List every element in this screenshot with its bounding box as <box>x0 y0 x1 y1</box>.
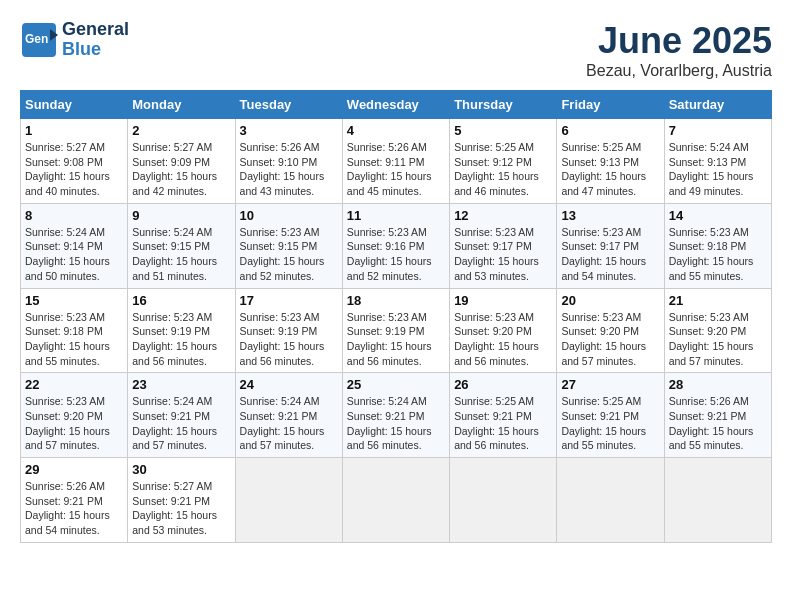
header-row: Sunday Monday Tuesday Wednesday Thursday… <box>21 91 772 119</box>
day-cell-5: 5 Sunrise: 5:25 AMSunset: 9:12 PMDayligh… <box>450 119 557 204</box>
day-cell-3: 3 Sunrise: 5:26 AMSunset: 9:10 PMDayligh… <box>235 119 342 204</box>
day-cell-20: 20 Sunrise: 5:23 AMSunset: 9:20 PMDaylig… <box>557 288 664 373</box>
day-info: Sunrise: 5:24 AMSunset: 9:21 PMDaylight:… <box>132 394 230 453</box>
calendar-title: June 2025 <box>586 20 772 62</box>
day-number: 11 <box>347 208 445 223</box>
calendar-table: Sunday Monday Tuesday Wednesday Thursday… <box>20 90 772 543</box>
day-info: Sunrise: 5:27 AMSunset: 9:21 PMDaylight:… <box>132 479 230 538</box>
day-info: Sunrise: 5:24 AMSunset: 9:21 PMDaylight:… <box>240 394 338 453</box>
day-number: 19 <box>454 293 552 308</box>
day-info: Sunrise: 5:23 AMSunset: 9:17 PMDaylight:… <box>561 225 659 284</box>
logo-general: General <box>62 19 129 39</box>
day-info: Sunrise: 5:27 AMSunset: 9:09 PMDaylight:… <box>132 140 230 199</box>
day-info: Sunrise: 5:23 AMSunset: 9:20 PMDaylight:… <box>454 310 552 369</box>
day-number: 22 <box>25 377 123 392</box>
day-cell-17: 17 Sunrise: 5:23 AMSunset: 9:19 PMDaylig… <box>235 288 342 373</box>
day-number: 5 <box>454 123 552 138</box>
day-cell-10: 10 Sunrise: 5:23 AMSunset: 9:15 PMDaylig… <box>235 203 342 288</box>
day-number: 6 <box>561 123 659 138</box>
day-number: 27 <box>561 377 659 392</box>
day-number: 15 <box>25 293 123 308</box>
col-friday: Friday <box>557 91 664 119</box>
day-info: Sunrise: 5:26 AMSunset: 9:11 PMDaylight:… <box>347 140 445 199</box>
day-info: Sunrise: 5:25 AMSunset: 9:12 PMDaylight:… <box>454 140 552 199</box>
day-info: Sunrise: 5:23 AMSunset: 9:18 PMDaylight:… <box>25 310 123 369</box>
day-info: Sunrise: 5:24 AMSunset: 9:21 PMDaylight:… <box>347 394 445 453</box>
day-cell-24: 24 Sunrise: 5:24 AMSunset: 9:21 PMDaylig… <box>235 373 342 458</box>
day-info: Sunrise: 5:23 AMSunset: 9:20 PMDaylight:… <box>561 310 659 369</box>
day-number: 7 <box>669 123 767 138</box>
week-row-2: 8 Sunrise: 5:24 AMSunset: 9:14 PMDayligh… <box>21 203 772 288</box>
day-number: 4 <box>347 123 445 138</box>
day-number: 8 <box>25 208 123 223</box>
day-number: 26 <box>454 377 552 392</box>
day-number: 25 <box>347 377 445 392</box>
day-cell-23: 23 Sunrise: 5:24 AMSunset: 9:21 PMDaylig… <box>128 373 235 458</box>
day-number: 13 <box>561 208 659 223</box>
week-row-5: 29 Sunrise: 5:26 AMSunset: 9:21 PMDaylig… <box>21 458 772 543</box>
day-number: 9 <box>132 208 230 223</box>
day-cell-15: 15 Sunrise: 5:23 AMSunset: 9:18 PMDaylig… <box>21 288 128 373</box>
day-info: Sunrise: 5:27 AMSunset: 9:08 PMDaylight:… <box>25 140 123 199</box>
svg-text:Gen: Gen <box>25 32 48 46</box>
day-cell-25: 25 Sunrise: 5:24 AMSunset: 9:21 PMDaylig… <box>342 373 449 458</box>
day-cell-18: 18 Sunrise: 5:23 AMSunset: 9:19 PMDaylig… <box>342 288 449 373</box>
day-number: 12 <box>454 208 552 223</box>
day-info: Sunrise: 5:23 AMSunset: 9:20 PMDaylight:… <box>669 310 767 369</box>
day-cell-8: 8 Sunrise: 5:24 AMSunset: 9:14 PMDayligh… <box>21 203 128 288</box>
day-number: 29 <box>25 462 123 477</box>
day-cell-28: 28 Sunrise: 5:26 AMSunset: 9:21 PMDaylig… <box>664 373 771 458</box>
day-number: 10 <box>240 208 338 223</box>
title-area: June 2025 Bezau, Vorarlberg, Austria <box>586 20 772 80</box>
day-cell-2: 2 Sunrise: 5:27 AMSunset: 9:09 PMDayligh… <box>128 119 235 204</box>
day-number: 30 <box>132 462 230 477</box>
day-info: Sunrise: 5:26 AMSunset: 9:21 PMDaylight:… <box>25 479 123 538</box>
day-info: Sunrise: 5:23 AMSunset: 9:19 PMDaylight:… <box>347 310 445 369</box>
day-cell-16: 16 Sunrise: 5:23 AMSunset: 9:19 PMDaylig… <box>128 288 235 373</box>
day-cell-14: 14 Sunrise: 5:23 AMSunset: 9:18 PMDaylig… <box>664 203 771 288</box>
day-info: Sunrise: 5:26 AMSunset: 9:21 PMDaylight:… <box>669 394 767 453</box>
day-cell-12: 12 Sunrise: 5:23 AMSunset: 9:17 PMDaylig… <box>450 203 557 288</box>
day-info: Sunrise: 5:23 AMSunset: 9:19 PMDaylight:… <box>240 310 338 369</box>
day-info: Sunrise: 5:25 AMSunset: 9:21 PMDaylight:… <box>454 394 552 453</box>
calendar-body: 1 Sunrise: 5:27 AMSunset: 9:08 PMDayligh… <box>21 119 772 543</box>
week-row-4: 22 Sunrise: 5:23 AMSunset: 9:20 PMDaylig… <box>21 373 772 458</box>
day-number: 28 <box>669 377 767 392</box>
day-info: Sunrise: 5:25 AMSunset: 9:13 PMDaylight:… <box>561 140 659 199</box>
day-cell-21: 21 Sunrise: 5:23 AMSunset: 9:20 PMDaylig… <box>664 288 771 373</box>
day-number: 17 <box>240 293 338 308</box>
day-cell-19: 19 Sunrise: 5:23 AMSunset: 9:20 PMDaylig… <box>450 288 557 373</box>
day-cell-11: 11 Sunrise: 5:23 AMSunset: 9:16 PMDaylig… <box>342 203 449 288</box>
day-cell-30: 30 Sunrise: 5:27 AMSunset: 9:21 PMDaylig… <box>128 458 235 543</box>
day-cell-13: 13 Sunrise: 5:23 AMSunset: 9:17 PMDaylig… <box>557 203 664 288</box>
day-cell-1: 1 Sunrise: 5:27 AMSunset: 9:08 PMDayligh… <box>21 119 128 204</box>
day-info: Sunrise: 5:24 AMSunset: 9:14 PMDaylight:… <box>25 225 123 284</box>
day-number: 1 <box>25 123 123 138</box>
day-number: 20 <box>561 293 659 308</box>
day-cell-22: 22 Sunrise: 5:23 AMSunset: 9:20 PMDaylig… <box>21 373 128 458</box>
empty-cell <box>557 458 664 543</box>
day-number: 3 <box>240 123 338 138</box>
week-row-1: 1 Sunrise: 5:27 AMSunset: 9:08 PMDayligh… <box>21 119 772 204</box>
day-info: Sunrise: 5:23 AMSunset: 9:20 PMDaylight:… <box>25 394 123 453</box>
day-info: Sunrise: 5:25 AMSunset: 9:21 PMDaylight:… <box>561 394 659 453</box>
day-info: Sunrise: 5:23 AMSunset: 9:17 PMDaylight:… <box>454 225 552 284</box>
day-number: 24 <box>240 377 338 392</box>
day-info: Sunrise: 5:24 AMSunset: 9:15 PMDaylight:… <box>132 225 230 284</box>
day-cell-27: 27 Sunrise: 5:25 AMSunset: 9:21 PMDaylig… <box>557 373 664 458</box>
day-cell-9: 9 Sunrise: 5:24 AMSunset: 9:15 PMDayligh… <box>128 203 235 288</box>
col-monday: Monday <box>128 91 235 119</box>
logo-blue: Blue <box>62 39 101 59</box>
day-cell-4: 4 Sunrise: 5:26 AMSunset: 9:11 PMDayligh… <box>342 119 449 204</box>
day-info: Sunrise: 5:23 AMSunset: 9:16 PMDaylight:… <box>347 225 445 284</box>
day-info: Sunrise: 5:23 AMSunset: 9:18 PMDaylight:… <box>669 225 767 284</box>
day-number: 16 <box>132 293 230 308</box>
day-info: Sunrise: 5:24 AMSunset: 9:13 PMDaylight:… <box>669 140 767 199</box>
empty-cell <box>450 458 557 543</box>
day-info: Sunrise: 5:23 AMSunset: 9:19 PMDaylight:… <box>132 310 230 369</box>
day-number: 2 <box>132 123 230 138</box>
calendar-subtitle: Bezau, Vorarlberg, Austria <box>586 62 772 80</box>
col-tuesday: Tuesday <box>235 91 342 119</box>
day-cell-26: 26 Sunrise: 5:25 AMSunset: 9:21 PMDaylig… <box>450 373 557 458</box>
col-sunday: Sunday <box>21 91 128 119</box>
